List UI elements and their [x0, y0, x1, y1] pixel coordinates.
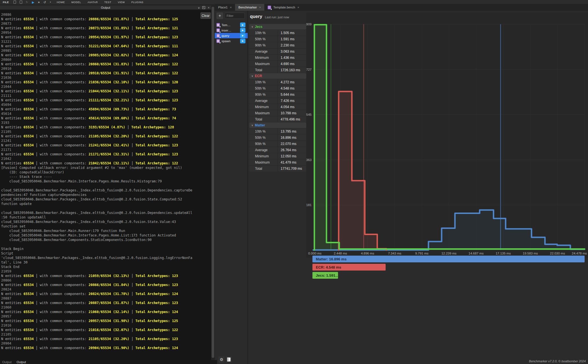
- tab-close-icon[interactable]: ×: [298, 6, 299, 9]
- stop-icon[interactable]: ■: [38, 1, 40, 4]
- chevron-down-icon[interactable]: ▾: [50, 1, 51, 4]
- stat-label: 10th %: [249, 30, 278, 36]
- output-scrollbar[interactable]: [211, 6, 215, 360]
- menu-item-home[interactable]: HOME: [57, 1, 65, 4]
- log-line: N entities 65534 │ with common component…: [1, 125, 211, 129]
- stats-section-matter[interactable]: ∨Matter: [249, 122, 306, 128]
- x-axis-tick-label: 2.448 ms: [334, 252, 347, 255]
- save-icon[interactable]: [20, 1, 22, 4]
- panel-undock-icon[interactable]: [202, 6, 205, 9]
- x-axis-tick-label: 22.030 ms: [550, 252, 565, 255]
- log-line: :50 function updateAll: [1, 215, 211, 220]
- stat-label: 90th %: [249, 141, 278, 147]
- run-benchmark-button[interactable]: ▶: [240, 33, 245, 38]
- stats-section-name: Matter: [255, 123, 265, 127]
- stat-label: Minimum: [249, 153, 278, 159]
- stats-section-ecr[interactable]: ∨ECR: [249, 73, 306, 79]
- redo-icon[interactable]: ↻: [26, 1, 28, 4]
- log-line: 45614: [1, 111, 211, 116]
- log-line: 3193: [1, 120, 211, 125]
- add-benchmark-button[interactable]: +: [216, 12, 223, 19]
- stat-label: Total: [249, 166, 278, 171]
- play-icon[interactable]: ▶: [32, 1, 34, 4]
- tab-benchmarker[interactable]: Benchmarker×: [235, 4, 264, 11]
- stat-label: Maximum: [249, 159, 278, 165]
- run-benchmark-button[interactable]: ▶: [240, 39, 245, 43]
- log-line: N entities 65534 │ with common component…: [1, 71, 211, 75]
- script-icon: [216, 28, 220, 32]
- log-line: N entities 65534 │ with common component…: [1, 26, 211, 30]
- benchmark-item-query[interactable]: query▶: [215, 33, 248, 38]
- stat-value: 3.063 ms: [278, 48, 306, 54]
- new-doc-icon[interactable]: [14, 1, 16, 4]
- stat-label: 50th %: [249, 135, 278, 140]
- benchmark-item-label: query: [222, 34, 229, 37]
- log-line: cloud_5853950046.Benchmarker.Packages._I…: [1, 220, 211, 224]
- settings-button[interactable]: ⚙: [218, 356, 225, 363]
- stat-value: 1.505 ms: [278, 30, 306, 36]
- output-scrollbar-thumb[interactable]: [212, 7, 214, 358]
- log-line: cloud_5853950046.Benchmarker.Packages._I…: [1, 197, 211, 202]
- gear-icon: ⚙: [220, 357, 223, 362]
- stat-row: Maximum10.798 ms: [249, 110, 306, 116]
- log-line: N entities 65534 │ with common component…: [1, 301, 211, 305]
- stat-value: 16.896 ms: [278, 135, 306, 140]
- y-axis-tick-label: 545: [306, 113, 312, 116]
- log-line: 21059: [1, 269, 211, 274]
- stat-value: 13.795 ms: [278, 128, 306, 134]
- tab-close-icon[interactable]: ×: [259, 6, 261, 9]
- clear-output-button[interactable]: Clear: [200, 12, 211, 19]
- menu-item-test[interactable]: TEST: [104, 1, 111, 4]
- log-line: N entities 65534 │ with common component…: [1, 161, 211, 166]
- stat-value: 4.272 ms: [278, 79, 306, 85]
- tab-label: Benchmarker: [238, 6, 257, 9]
- benchmark-item-label: spawn: [222, 39, 231, 43]
- benchmark-item-spawn[interactable]: spawn▶: [215, 38, 248, 44]
- log-line: cloud_5853950046.Benchmarker.Components.…: [1, 238, 211, 242]
- log-line: Script: [1, 251, 211, 256]
- legend-bar-ecr: ECR: 4.548 ms: [312, 264, 386, 271]
- menu-item-view[interactable]: VIEW: [118, 1, 125, 4]
- benchmark-item-inser[interactable]: inser…▶: [215, 28, 248, 33]
- stat-label: 90th %: [249, 42, 278, 48]
- filter-input[interactable]: [225, 13, 245, 19]
- footer-tab-output-0[interactable]: Output: [2, 360, 12, 364]
- panel-collapse-icon[interactable]: ∨: [198, 6, 200, 9]
- log-line: 21105: [1, 129, 211, 134]
- stat-row: Average3.063 ms: [249, 48, 306, 54]
- panel-close-icon[interactable]: ×: [208, 6, 209, 9]
- stat-label: 10th %: [249, 79, 278, 85]
- log-line: N entities 65534 │ with common component…: [1, 143, 211, 148]
- stat-value: 17741.709 ms: [278, 166, 306, 171]
- stat-value: 41.479 ms: [278, 159, 306, 165]
- tab-template.bench[interactable]: Template.bench×: [264, 4, 303, 11]
- tab-close-icon[interactable]: ×: [230, 6, 232, 9]
- stats-section-jecs[interactable]: ∨Jecs: [249, 24, 306, 30]
- y-axis-tick-label: 909: [306, 23, 312, 26]
- log-line: N entities 65534 │ with common component…: [1, 134, 211, 139]
- stat-label: Maximum: [249, 61, 278, 67]
- stat-label: 50th %: [249, 36, 278, 42]
- menu-item-avatar[interactable]: AVATAR: [88, 1, 98, 4]
- chart-legend: Matter: 16.896 msECR: 4.548 msJecs: 1.59…: [312, 256, 585, 280]
- docs-button[interactable]: [226, 356, 232, 363]
- stat-label: Total: [249, 116, 278, 122]
- log-line: ---- Stack trace ----: [1, 175, 211, 179]
- log-line: N entities 65534 │ with common component…: [1, 116, 211, 120]
- stats-section-name: Jecs: [255, 25, 263, 29]
- benchmark-item-tem[interactable]: Tem…▶: [215, 22, 248, 28]
- log-line: 31221: [1, 39, 211, 44]
- reset-icon[interactable]: ↺: [43, 1, 46, 4]
- run-benchmark-button[interactable]: ▶: [240, 28, 245, 33]
- run-benchmark-button[interactable]: ▶: [240, 23, 245, 27]
- stat-value: 26.764 ms: [278, 147, 306, 153]
- tab-place1[interactable]: Place1×: [215, 4, 235, 11]
- menu-item-plugins[interactable]: PLUGINS: [131, 1, 143, 4]
- menu-item-model[interactable]: MODEL: [71, 1, 81, 4]
- x-axis-tick-label: 9.791 ms: [415, 252, 429, 255]
- footer-tab-output-1[interactable]: Output: [17, 360, 26, 364]
- menu-bar: FILE ↻ ▶ ■ ↺ ▾ HOMEMODELAVATARTESTVIEWPL…: [0, 0, 588, 4]
- last-run-label: Last run: just now: [265, 15, 289, 19]
- menu-file[interactable]: FILE: [3, 1, 9, 4]
- stat-row: 10th %4.272 ms: [249, 79, 306, 85]
